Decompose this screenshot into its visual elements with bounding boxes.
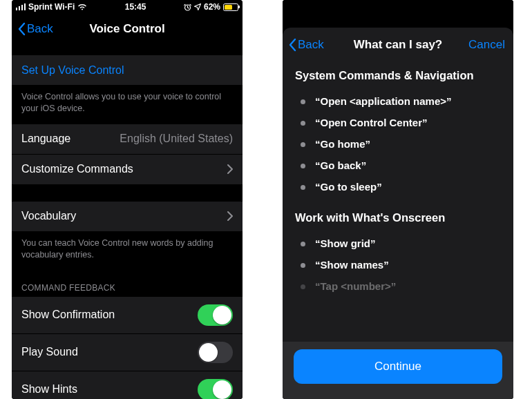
chevron-left-icon	[17, 22, 26, 36]
system-commands-list: “Open <application name>” “Open Control …	[295, 90, 501, 197]
show-hints-row: Show Hints	[12, 371, 243, 400]
cancel-button[interactable]: Cancel	[468, 38, 505, 52]
play-sound-row: Play Sound	[12, 334, 243, 371]
list-item-label: “Go to sleep”	[315, 181, 382, 193]
bullet-icon	[301, 164, 305, 168]
list-item-label: “Open Control Center”	[315, 117, 428, 128]
modal-sheet: Back What can I say? Cancel System Comma…	[283, 28, 513, 399]
carrier-label: Sprint Wi-Fi	[28, 2, 75, 12]
list-item: “Go to sleep”	[295, 176, 501, 197]
wifi-icon	[77, 3, 87, 10]
list-item: “Go home”	[295, 133, 501, 155]
location-icon	[194, 3, 201, 10]
continue-button[interactable]: Continue	[294, 349, 502, 384]
phone-voice-control: Sprint Wi-Fi 15:45 62% Back Voice	[12, 0, 243, 399]
language-row[interactable]: Language English (United States)	[12, 124, 243, 155]
svg-rect-1	[19, 6, 20, 10]
bullet-icon	[301, 242, 305, 246]
phone-what-can-i-say: Sprint Wi-Fi 15:46 62%	[283, 0, 513, 399]
vocabulary-row[interactable]: Vocabulary	[12, 202, 243, 232]
list-item: “Open Control Center”	[295, 112, 501, 133]
language-value: English (United States)	[120, 133, 233, 145]
list-item: “Go back”	[295, 155, 501, 176]
back-label: Back	[27, 22, 53, 36]
list-item-label: “Open <application name>”	[315, 95, 452, 107]
vocabulary-label: Vocabulary	[21, 210, 76, 222]
list-item: “Open <application name>”	[295, 90, 501, 112]
section-title-system: System Commands & Navigation	[295, 69, 501, 82]
list-item-label: “Show names”	[315, 259, 389, 271]
show-confirmation-toggle[interactable]	[198, 304, 233, 326]
list-item-label: “Go back”	[315, 159, 366, 171]
bullet-icon	[301, 263, 305, 268]
svg-rect-3	[24, 3, 26, 10]
status-bar: Sprint Wi-Fi 15:45 62%	[12, 0, 243, 14]
setup-footer-text: Voice Control allows you to use your voi…	[12, 86, 243, 124]
list-item-label: “Go home”	[315, 138, 370, 150]
list-item: “Tap <number>”	[295, 275, 501, 297]
page-title: Voice Control	[89, 22, 164, 36]
sheet-body: System Commands & Navigation “Open <appl…	[283, 62, 513, 342]
chevron-right-icon	[227, 211, 233, 221]
vocabulary-footer-text: You can teach Voice Control new words by…	[12, 232, 243, 271]
list-item: “Show names”	[295, 254, 501, 275]
battery-fill	[225, 5, 232, 10]
back-button[interactable]: Back	[17, 22, 53, 36]
continue-label: Continue	[374, 360, 421, 373]
play-sound-toggle[interactable]	[198, 342, 233, 363]
bullet-icon	[301, 121, 305, 126]
setup-label: Set Up Voice Control	[21, 64, 124, 77]
sheet-title: What can I say?	[354, 38, 442, 52]
clock-label: 15:45	[125, 2, 146, 12]
sheet-footer: Continue	[283, 342, 513, 399]
chevron-left-icon	[288, 38, 296, 52]
list-item-label: “Tap <number>”	[315, 280, 396, 292]
show-hints-label: Show Hints	[21, 383, 77, 396]
show-confirmation-label: Show Confirmation	[21, 309, 115, 321]
bullet-icon	[301, 185, 305, 190]
section-title-onscreen: Work with What's Onscreen	[295, 211, 501, 224]
alarm-icon	[184, 3, 191, 11]
bullet-icon	[301, 284, 305, 289]
svg-rect-2	[21, 5, 23, 10]
show-hints-toggle[interactable]	[198, 379, 233, 400]
nav-bar: Back Voice Control	[12, 14, 243, 44]
svg-rect-0	[16, 8, 17, 10]
play-sound-label: Play Sound	[21, 346, 78, 358]
chevron-right-icon	[227, 164, 233, 174]
battery-icon	[223, 3, 238, 11]
onscreen-commands-list: “Show grid” “Show names” “Tap <number>”	[295, 233, 501, 297]
back-label: Back	[298, 38, 324, 52]
customize-label: Customize Commands	[21, 163, 133, 175]
language-label: Language	[21, 133, 70, 145]
signal-icon	[16, 3, 26, 10]
customize-commands-row[interactable]: Customize Commands	[12, 155, 243, 185]
list-item: “Show grid”	[295, 233, 501, 254]
bullet-icon	[301, 99, 305, 104]
setup-voice-control-row[interactable]: Set Up Voice Control	[12, 55, 243, 86]
list-item-label: “Show grid”	[315, 237, 376, 249]
command-feedback-header: COMMAND FEEDBACK	[12, 271, 243, 297]
bullet-icon	[301, 142, 305, 147]
sheet-nav-bar: Back What can I say? Cancel	[283, 28, 513, 62]
battery-percent-label: 62%	[204, 2, 220, 12]
show-confirmation-row: Show Confirmation	[12, 297, 243, 334]
settings-list: Set Up Voice Control Voice Control allow…	[12, 55, 243, 399]
back-button[interactable]: Back	[288, 38, 324, 52]
